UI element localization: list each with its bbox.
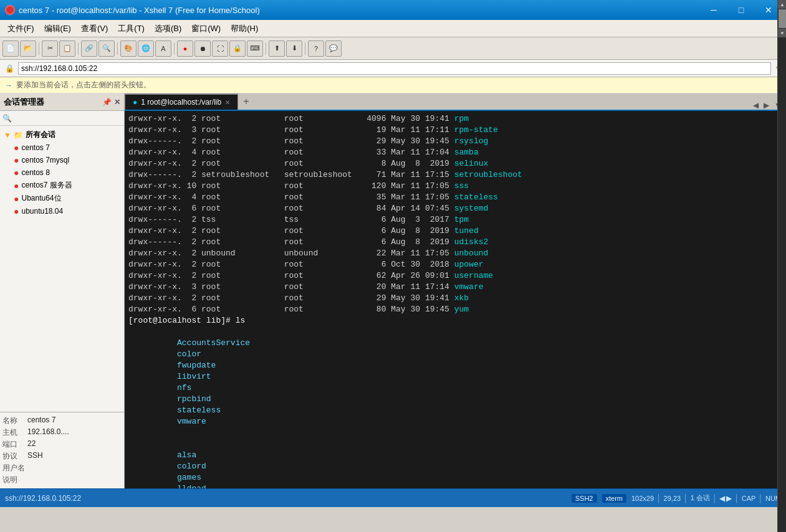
session-item-centos7server[interactable]: ● centos7 服务器: [0, 179, 124, 192]
term-line: drwxr-xr-x. 10 root root 120 Mar 11 17:0…: [128, 181, 782, 192]
menu-options[interactable]: 选项(B): [150, 22, 186, 36]
tip-bar: → 要添加当前会话，点击左侧的箭头按钮。: [0, 77, 786, 93]
info-host-value: 192.168.0....: [27, 427, 69, 438]
download-button[interactable]: ⬇: [286, 40, 302, 57]
keyboard-button[interactable]: ⌨: [247, 40, 263, 57]
session-search-input[interactable]: [12, 114, 122, 123]
status-sep4: │: [682, 494, 689, 503]
status-right-area: SSH2 xterm 102x29 │ 29,23 │ 1 会话 │ ◀ ▶ │…: [572, 493, 786, 503]
term-line: drwxr-xr-x. 2 root root 29 May 30 19:41 …: [128, 293, 782, 304]
menu-help[interactable]: 帮助(H): [226, 22, 263, 36]
terminal[interactable]: drwxr-xr-x. 2 root root 4096 May 30 19:4…: [125, 111, 786, 488]
session-close-icon[interactable]: ✕: [114, 98, 120, 107]
term-line: drwxr-xr-x. 2 root root 4096 May 30 19:4…: [128, 113, 782, 125]
info-protocol-value: SSH: [27, 451, 43, 462]
record-button[interactable]: ⏺: [194, 40, 211, 57]
tab-add-button[interactable]: +: [238, 93, 254, 110]
info-user-row: 用户名: [2, 462, 122, 474]
search-icon: 🔍: [2, 114, 12, 123]
toolbar: 📄 📂 ✂ 📋 🔗 🔍 🎨 🌐 A ● ⏺ ⛶ 🔒 ⌨ ⬆ ⬇ ? 💬: [0, 37, 786, 60]
globe-button[interactable]: 🌐: [138, 40, 154, 57]
session-pin-icon[interactable]: 📌: [102, 98, 112, 107]
term-line: drwx------. 2 root root 29 May 30 19:45 …: [128, 136, 782, 147]
menu-tools[interactable]: 工具(T): [113, 22, 150, 36]
term-line: drwxr-xr-x. 6 root root 80 May 30 19:45 …: [128, 304, 782, 315]
content-area: ● 1 root@localhost:/var/lib ✕ + ◀ ▶ ▼ dr…: [125, 93, 786, 488]
tab-active[interactable]: ● 1 root@localhost:/var/lib ✕: [125, 93, 238, 110]
session-panel: 会话管理器 📌 ✕ 🔍 ▼ 📁 所有会话 ● centos 7 ● centos…: [0, 93, 125, 488]
session-dot-icon: ●: [14, 194, 19, 204]
statusbar: ssh://192.168.0.105:22 SSH2 xterm 102x29…: [0, 488, 786, 507]
term-line: drwx------. 2 root root 6 Aug 8 2019 udi…: [128, 237, 782, 248]
tab-next-button[interactable]: ▶: [762, 101, 771, 110]
tab-prev-button[interactable]: ◀: [751, 101, 760, 110]
chat-button[interactable]: 💬: [325, 40, 342, 57]
search-button[interactable]: 🔍: [98, 40, 115, 57]
open-button[interactable]: 📂: [20, 40, 36, 57]
menu-edit[interactable]: 编辑(E): [39, 22, 76, 36]
info-port-row: 端口 22: [2, 439, 122, 450]
fullscreen-button[interactable]: ⛶: [212, 40, 228, 57]
red-button[interactable]: ●: [177, 40, 193, 57]
window-controls: ─ □ ✕: [701, 0, 781, 20]
info-port-label: 端口: [2, 439, 27, 450]
session-item-centos7[interactable]: ● centos 7: [0, 141, 124, 154]
term-line: drwxr-xr-x. 2 unbound unbound 22 Mar 11 …: [128, 248, 782, 259]
session-label: centos 7: [21, 143, 49, 152]
address-input[interactable]: [18, 62, 771, 75]
status-nav-right[interactable]: ▶: [726, 494, 732, 503]
session-item-ubuntu64[interactable]: ● Ubantu64位: [0, 192, 124, 205]
menubar: 文件(F) 编辑(E) 查看(V) 工具(T) 选项(B) 窗口(W) 帮助(H…: [0, 20, 786, 37]
tab-label: 1 root@localhost:/var/lib: [141, 98, 221, 107]
session-item-centos7mysql[interactable]: ● centos 7mysql: [0, 154, 124, 166]
addressbar: 🔒 ▼: [0, 60, 786, 77]
cut-button[interactable]: ✂: [42, 40, 58, 57]
address-icon: 🔒: [5, 64, 14, 73]
copy-button[interactable]: 📋: [59, 40, 75, 57]
info-name-label: 名称: [2, 416, 27, 426]
status-ssh2-badge: SSH2: [572, 494, 597, 503]
menu-file[interactable]: 文件(F): [2, 22, 39, 36]
info-name-row: 名称 centos 7: [2, 415, 122, 427]
tabbar: ● 1 root@localhost:/var/lib ✕ + ◀ ▶ ▼: [125, 93, 786, 111]
terminal-scrollbar[interactable]: ▲ ▼: [777, 93, 786, 488]
window-title: centos 7 - root@localhost:/var/lib - Xsh…: [19, 6, 260, 15]
terminal-wrapper: drwxr-xr-x. 2 root root 4096 May 30 19:4…: [125, 111, 786, 488]
help-button[interactable]: ?: [308, 40, 324, 57]
menu-view[interactable]: 查看(V): [76, 22, 113, 36]
session-item-ubuntu1804[interactable]: ● ubuntu18.04: [0, 205, 124, 217]
info-name-value: centos 7: [27, 416, 55, 426]
tip-text: 要添加当前会话，点击左侧的箭头按钮。: [16, 80, 151, 90]
session-dot-icon: ●: [14, 206, 19, 216]
status-cap-badge: CAP: [742, 495, 756, 502]
session-label: centos 8: [21, 168, 49, 177]
menu-window[interactable]: 窗口(W): [186, 22, 226, 36]
session-item-centos8[interactable]: ● centos 8: [0, 166, 124, 179]
info-host-label: 主机: [2, 427, 27, 438]
term-line: drwxr-xr-x. 2 root root 6 Aug 8 2019 tun…: [128, 226, 782, 237]
minimize-button[interactable]: ─: [701, 0, 726, 20]
info-panel: 名称 centos 7 主机 192.168.0.... 端口 22 协议 SS…: [0, 412, 124, 488]
upload-button[interactable]: ⬆: [269, 40, 285, 57]
info-desc-label: 说明: [2, 475, 27, 485]
status-xterm-badge: xterm: [602, 494, 627, 503]
term-line: drwx------. 2 setroubleshoot setroublesh…: [128, 169, 782, 181]
session-dot-icon: ●: [14, 181, 19, 191]
main-area: 会话管理器 📌 ✕ 🔍 ▼ 📁 所有会话 ● centos 7 ● centos…: [0, 93, 786, 488]
maximize-button[interactable]: □: [729, 0, 754, 20]
session-search-bar: 🔍: [0, 111, 124, 126]
term-line: drwxr-xr-x. 6 root root 84 Apr 14 07:45 …: [128, 203, 782, 214]
color-button[interactable]: 🎨: [120, 40, 137, 57]
term-line: drwxr-xr-x. 2 root root 6 Oct 30 2018 up…: [128, 259, 782, 270]
term-line: drwxr-xr-x. 4 root root 33 Mar 11 17:04 …: [128, 147, 782, 158]
tree-root-label: 所有会话: [26, 130, 55, 140]
connect-button[interactable]: 🔗: [81, 40, 97, 57]
lock-button[interactable]: 🔒: [229, 40, 246, 57]
new-session-button[interactable]: 📄: [2, 40, 19, 57]
session-label: ubuntu18.04: [21, 207, 63, 216]
tab-close-button[interactable]: ✕: [225, 99, 230, 106]
status-cols-rows: 102x29: [631, 495, 654, 502]
status-nav-left[interactable]: ◀: [719, 494, 725, 503]
tree-root-all-sessions[interactable]: ▼ 📁 所有会话: [0, 128, 124, 141]
font-button[interactable]: A: [155, 40, 171, 57]
